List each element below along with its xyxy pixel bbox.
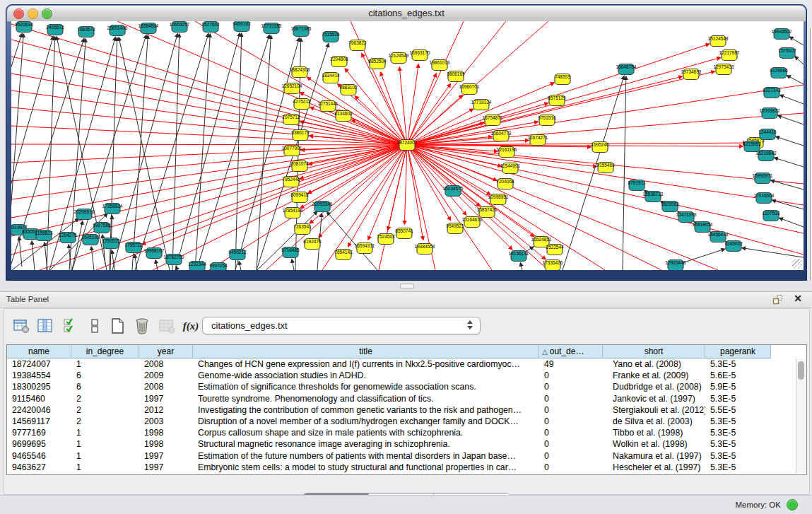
splitter-handle[interactable] [400, 284, 414, 289]
red-edge [407, 145, 804, 255]
black-edge [257, 44, 329, 270]
graph-node-label: 9883102 [339, 85, 358, 90]
table-body: 1872400712008Changes of HCN gene express… [7, 358, 792, 473]
table-row[interactable]: 977716911998Corpus callosum shape and si… [7, 427, 792, 438]
column-header-out_de[interactable]: △out_de… [539, 345, 603, 358]
network-canvas[interactable]: 9520634240557276835722069140618384564106… [11, 21, 804, 270]
table-row[interactable]: 946362711997Embryonic stem cells: a mode… [7, 462, 792, 473]
graph-node-label: 9549521 [446, 223, 464, 228]
black-edge [239, 262, 241, 270]
graph-node-label: 17335426 [543, 260, 563, 265]
graph-node-label: 5716485 [281, 247, 300, 252]
graph-node-label: 9466162 [233, 21, 251, 26]
resize-grip-icon[interactable] [792, 259, 802, 269]
black-edge [789, 37, 804, 45]
graph-node-label: 15943502 [772, 29, 792, 34]
black-edge [795, 57, 804, 64]
graph-node-label: 1292344 [188, 262, 206, 267]
column-header-short[interactable]: short [603, 345, 705, 358]
red-edge [407, 21, 506, 145]
red-edge [142, 145, 407, 244]
graph-node-label: 2204808 [330, 57, 348, 62]
black-edge [257, 35, 271, 270]
graph-node-label: 14136141 [509, 251, 529, 256]
close-panel-icon[interactable]: ✕ [794, 293, 802, 304]
table-cell: 1 [71, 358, 139, 370]
citation-network-graph[interactable]: 9520634240557276835722069140618384564106… [11, 21, 804, 270]
red-edge [11, 126, 407, 145]
graph-node-label: 1156823 [35, 230, 53, 235]
black-edge [292, 259, 294, 270]
table-cell: 1998 [139, 427, 193, 438]
table-selector-dropdown[interactable]: citations_edges.txt [202, 317, 481, 334]
table-row[interactable]: 1830029562008Estimation of significance … [7, 381, 792, 392]
table-cell: 5.3E-5 [705, 427, 771, 438]
graph-node-label: 1795722 [124, 243, 143, 247]
table-row[interactable]: 1938455462009Genome-wide association stu… [7, 370, 792, 381]
black-edge [775, 158, 804, 167]
black-edge [176, 266, 177, 270]
red-edge [407, 113, 804, 145]
function-builder-icon[interactable]: f(x) [181, 316, 201, 336]
column-header-in_degree[interactable]: in_degree [71, 345, 139, 358]
table-cell: Estimation of the future numbers of pati… [193, 450, 539, 462]
table-cell: 0 [539, 404, 603, 416]
table-cell: Tibbo et al. (1998) [603, 427, 705, 438]
graph-node-label: 9520634 [15, 22, 33, 27]
table-cell: 18300295 [7, 381, 71, 392]
red-edge [407, 145, 547, 244]
new-table-icon[interactable] [107, 316, 127, 336]
table-cell: 2 [71, 404, 139, 416]
graph-node-label: 7204068 [496, 179, 514, 184]
table-row[interactable]: 946554611997Estimation of the future num… [7, 450, 792, 462]
table-cell: Embryonic stem cells: a model to study s… [193, 462, 539, 473]
table-cell: 5.3E-5 [705, 450, 771, 462]
column-header-year[interactable]: year [139, 345, 193, 358]
graph-node-label: 12124549 [389, 53, 409, 58]
graph-node-label: 10653257 [170, 22, 190, 27]
graph-node-label: 1244415 [758, 129, 777, 134]
delete-table-icon[interactable] [132, 316, 152, 336]
table-settings-icon[interactable] [11, 316, 31, 336]
table-panel-title: Table Panel [6, 295, 49, 303]
table-cell: Changes of HCN gene expression and I(f) … [193, 358, 539, 370]
graph-node-label: 17359924 [102, 204, 123, 209]
scrollbar-thumb[interactable] [798, 361, 804, 380]
graph-node-label: 8099418 [290, 192, 309, 197]
select-columns-icon[interactable] [35, 316, 55, 336]
table-panel-header: Table Panel ✕ [0, 291, 812, 308]
table-cell: 2 [71, 416, 139, 427]
table-cell: 0 [539, 438, 603, 450]
network-window-titlebar[interactable]: citations_edges.txt [7, 6, 806, 22]
table-cell: Estimation of significance thresholds fo… [193, 381, 539, 392]
row-selection-icon[interactable] [61, 316, 81, 336]
table-row[interactable]: 969969511998Structural magnetic resonanc… [7, 438, 792, 450]
graph-node-label: 8550741 [395, 228, 413, 233]
graph-node-label: 8215953 [743, 141, 761, 146]
table-cell: Yano et al. (2008) [603, 358, 705, 370]
row-height-icon[interactable] [85, 316, 105, 336]
column-header-pagerank[interactable]: pagerank [705, 345, 771, 358]
graph-node-label: 1545193 [81, 235, 100, 240]
column-header-name[interactable]: name [7, 345, 71, 358]
table-row[interactable]: 1872400712008Changes of HCN gene express… [7, 358, 792, 370]
table-toolbar: f(x) citations_edges.txt [7, 316, 799, 337]
table-cell: 5.6E-5 [705, 370, 771, 381]
graph-node-label: 16671385 [291, 26, 312, 31]
table-cell: 1997 [139, 450, 193, 462]
table-cell: Structural magnetic resonance image aver… [193, 438, 539, 450]
float-panel-icon[interactable] [772, 294, 784, 305]
vertical-scrollbar[interactable] [796, 358, 806, 473]
horizontal-splitter[interactable] [0, 281, 812, 291]
table-row[interactable]: 1456911722003Disruption of a novel membe… [7, 416, 792, 427]
graph-node-label: 19958167 [144, 248, 165, 253]
table-cell: Disruption of a novel member of a sodium… [193, 416, 539, 427]
graph-node-label: 9629063 [661, 201, 679, 206]
import-table-icon[interactable] [157, 316, 177, 336]
graph-node-label: 1695246 [591, 142, 609, 147]
graph-node-label: 18456413 [708, 232, 729, 237]
column-header-title[interactable]: title [193, 345, 539, 358]
table-row[interactable]: 2242004622012Investigating the contribut… [7, 404, 792, 416]
table-selector-value: citations_edges.txt [211, 320, 288, 331]
table-row[interactable]: 911546021997Tourette syndrome. Phenomeno… [7, 393, 792, 404]
